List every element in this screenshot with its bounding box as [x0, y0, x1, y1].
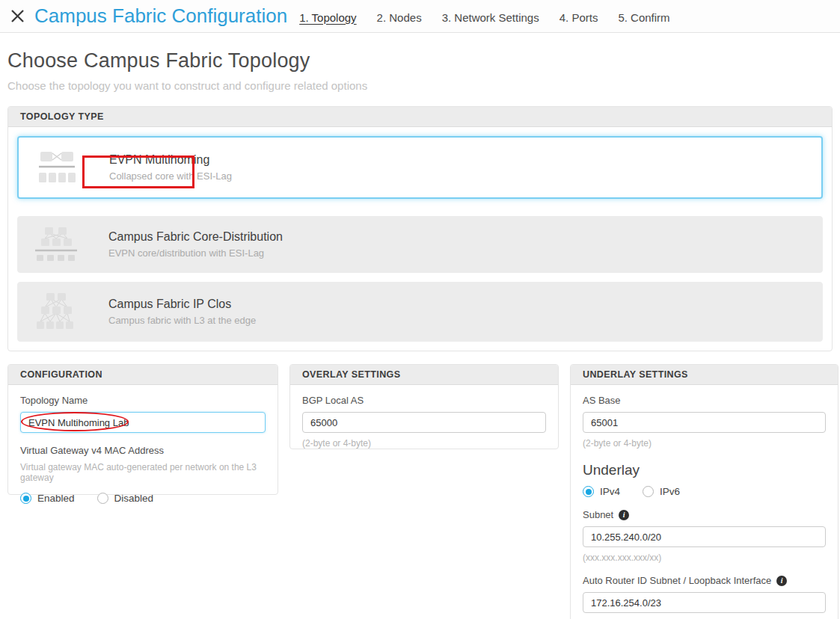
bgp-local-as-input[interactable]	[302, 412, 546, 433]
topology-card-core-distribution[interactable]: Campus Fabric Core-Distribution EVPN cor…	[17, 216, 823, 273]
router-id-label-row: Auto Router ID Subnet / Loopback Interfa…	[583, 575, 826, 586]
ipv4-radio[interactable]: IPv4	[583, 486, 620, 497]
topology-name-label: Topology Name	[20, 395, 266, 406]
subnet-label: Subnet	[583, 509, 613, 520]
top-bar: Campus Fabric Configuration 1. Topology …	[0, 0, 840, 33]
card-text: Campus Fabric Core-Distribution EVPN cor…	[108, 230, 283, 259]
vgw-disabled-radio[interactable]: Disabled	[97, 493, 154, 504]
router-id-info-icon[interactable]: i	[776, 576, 787, 586]
underlay-settings-panel: UNDERLAY SETTINGS AS Base (2-byte or 4-b…	[570, 364, 839, 619]
topology-type-panel: TOPOLOGY TYPE EVPN Multihoming C	[7, 106, 833, 351]
topology-card-evpn-multihoming[interactable]: EVPN Multihoming Collapsed core with ESI…	[17, 136, 823, 199]
page-head: Choose Campus Fabric Topology Choose the…	[7, 49, 367, 92]
step-network-settings[interactable]: 3. Network Settings	[442, 11, 539, 24]
radio-label: Disabled	[114, 493, 154, 504]
step-confirm[interactable]: 5. Confirm	[618, 11, 669, 24]
underlay-settings-header: UNDERLAY SETTINGS	[571, 365, 838, 385]
step-nodes[interactable]: 2. Nodes	[377, 11, 422, 24]
radio-label: Enabled	[37, 493, 75, 504]
topology-type-header: TOPOLOGY TYPE	[8, 107, 832, 127]
vgw-enabled-radio[interactable]: Enabled	[20, 493, 75, 504]
topology-type-body: EVPN Multihoming Collapsed core with ESI…	[8, 127, 832, 351]
overlay-settings-panel: OVERLAY SETTINGS BGP Local AS (2-byte or…	[289, 364, 559, 449]
topology-card-ip-clos[interactable]: Campus Fabric IP Clos Campus fabric with…	[17, 282, 823, 342]
radio-label: IPv6	[660, 486, 680, 497]
as-base-input[interactable]	[583, 412, 826, 433]
subnet-hint: (xxx.xxx.xxx.xxx/xx)	[583, 552, 826, 563]
step-topology[interactable]: 1. Topology	[299, 11, 356, 24]
subnet-info-icon[interactable]: i	[619, 510, 629, 520]
radio-label: IPv4	[600, 486, 620, 497]
core-distribution-icon	[35, 227, 77, 262]
subnet-label-row: Subnet i	[583, 509, 826, 520]
underlay-ip-radio-group: IPv4 IPv6	[583, 486, 826, 497]
radio-selected-icon	[583, 486, 594, 497]
vgw-mac-label: Virtual Gateway v4 MAC Address	[20, 445, 266, 456]
page-subtitle: Choose the topology you want to construc…	[7, 79, 367, 92]
vgw-mac-hint: Virtual gateway MAC auto-generated per n…	[20, 462, 266, 483]
card-subtitle: Collapsed core with ESI-Lag	[109, 170, 232, 182]
configuration-body: Topology Name Virtual Gateway v4 MAC Add…	[8, 385, 278, 514]
card-text: EVPN Multihoming Collapsed core with ESI…	[109, 153, 232, 182]
router-id-input[interactable]	[583, 592, 826, 613]
page-title: Choose Campus Fabric Topology	[7, 49, 367, 73]
vgw-radio-group: Enabled Disabled	[20, 493, 266, 504]
step-ports[interactable]: 4. Ports	[560, 11, 598, 24]
overlay-settings-body: BGP Local AS (2-byte or 4-byte)	[290, 385, 558, 458]
card-title: Campus Fabric Core-Distribution	[108, 230, 283, 244]
overlay-settings-header: OVERLAY SETTINGS	[290, 365, 558, 385]
card-title: Campus Fabric IP Clos	[108, 298, 256, 311]
bgp-local-as-label: BGP Local AS	[302, 395, 546, 406]
configuration-panel: CONFIGURATION Topology Name Virtual Gate…	[7, 364, 278, 495]
ipv6-radio[interactable]: IPv6	[643, 486, 680, 497]
card-subtitle: EVPN core/distribution with ESI-Lag	[108, 247, 283, 259]
bgp-local-as-hint: (2-byte or 4-byte)	[302, 438, 546, 449]
close-icon-glyph	[10, 9, 25, 23]
configuration-header: CONFIGURATION	[8, 365, 278, 385]
as-base-label: AS Base	[583, 395, 826, 406]
wizard-steps: 1. Topology 2. Nodes 3. Network Settings…	[299, 11, 669, 24]
subnet-input[interactable]	[583, 526, 826, 547]
radio-unselected-icon	[97, 493, 108, 504]
underlay-heading: Underlay	[583, 462, 826, 478]
close-icon[interactable]	[7, 7, 27, 26]
evpn-multihoming-icon	[36, 150, 78, 185]
router-id-label: Auto Router ID Subnet / Loopback Interfa…	[583, 575, 771, 586]
card-text: Campus Fabric IP Clos Campus fabric with…	[108, 298, 256, 326]
underlay-settings-body: AS Base (2-byte or 4-byte) Underlay IPv4…	[571, 385, 838, 619]
card-title: EVPN Multihoming	[109, 153, 232, 167]
radio-selected-icon	[20, 493, 31, 504]
as-base-hint: (2-byte or 4-byte)	[583, 438, 826, 449]
card-subtitle: Campus fabric with L3 at the edge	[108, 315, 256, 326]
radio-unselected-icon	[643, 486, 654, 497]
ip-clos-icon	[35, 293, 77, 330]
topology-name-input[interactable]	[20, 412, 266, 433]
app-title: Campus Fabric Configuration	[34, 4, 287, 28]
